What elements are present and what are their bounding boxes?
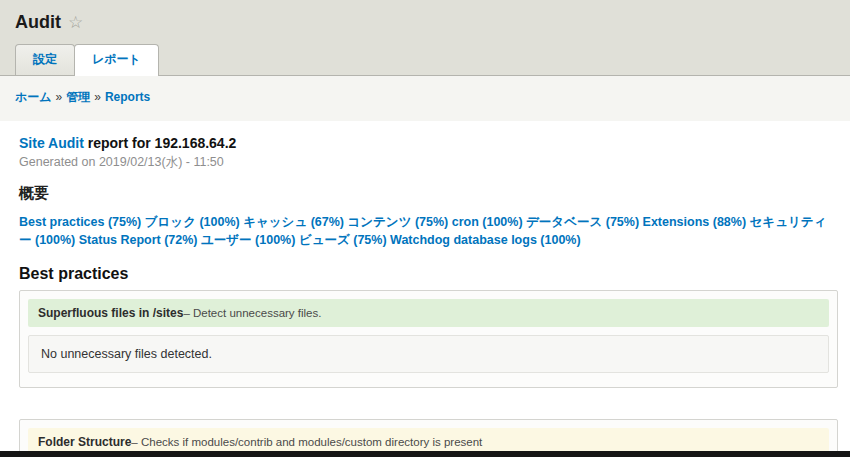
shortcut-star-icon[interactable]: ☆: [68, 14, 83, 31]
check-description: – Detect unnecessary files.: [183, 307, 321, 319]
report-title: Site Audit report for 192.168.64.2: [19, 135, 838, 151]
report-title-text: report for 192.168.64.2: [84, 135, 237, 151]
summary-heading: 概要: [19, 184, 838, 203]
summary-link-cache[interactable]: キャッシュ (67%): [243, 215, 344, 229]
page-title: Audit: [15, 12, 61, 33]
section-heading-best-practices: Best practices: [19, 265, 838, 283]
site-audit-link[interactable]: Site Audit: [19, 135, 84, 151]
breadcrumb-separator: »: [52, 90, 67, 104]
check-header-success: Superfluous files in /sites– Detect unne…: [28, 299, 829, 327]
summary-link-content[interactable]: コンテンツ (75%): [347, 215, 448, 229]
summary-links: Best practices (75%) ブロック (100%) キャッシュ (…: [19, 213, 837, 249]
report-content: Site Audit report for 192.168.64.2 Gener…: [0, 121, 850, 457]
header-band: Audit ☆ 設定 レポート: [0, 0, 850, 76]
summary-link-cron[interactable]: cron (100%): [452, 215, 523, 229]
summary-link-extensions[interactable]: Extensions (88%): [643, 215, 747, 229]
summary-link-database[interactable]: データベース (75%): [526, 215, 639, 229]
breadcrumb-link-home[interactable]: ホーム: [15, 90, 52, 104]
summary-link-watchdog[interactable]: Watchdog database logs (100%): [390, 233, 581, 247]
tab-report[interactable]: レポート: [74, 44, 159, 76]
tab-settings[interactable]: 設定: [15, 44, 75, 75]
page-title-row: Audit ☆: [0, 12, 850, 44]
summary-link-best-practices[interactable]: Best practices (75%): [19, 215, 141, 229]
breadcrumb-link-admin[interactable]: 管理: [66, 90, 90, 104]
breadcrumb-link-reports[interactable]: Reports: [105, 90, 150, 104]
check-name: Folder Structure: [38, 435, 131, 449]
check-panel-superfluous-files: Superfluous files in /sites– Detect unne…: [19, 290, 838, 388]
summary-link-block[interactable]: ブロック (100%): [145, 215, 240, 229]
window-bottom-edge: [0, 451, 850, 457]
primary-tabs: 設定 レポート: [0, 44, 850, 76]
check-name: Superfluous files in /sites: [38, 306, 183, 320]
summary-link-users[interactable]: ユーザー (100%): [201, 233, 295, 247]
summary-link-status-report[interactable]: Status Report (72%): [79, 233, 198, 247]
breadcrumb-separator: »: [90, 90, 105, 104]
check-description: – Checks if modules/contrib and modules/…: [131, 436, 482, 448]
summary-link-views[interactable]: ビューズ (75%): [299, 233, 387, 247]
generated-date: Generated on 2019/02/13(水) - 11:50: [19, 154, 838, 171]
check-result: No unnecessary files detected.: [28, 335, 829, 373]
breadcrumb: ホーム»管理»Reports: [0, 76, 850, 121]
